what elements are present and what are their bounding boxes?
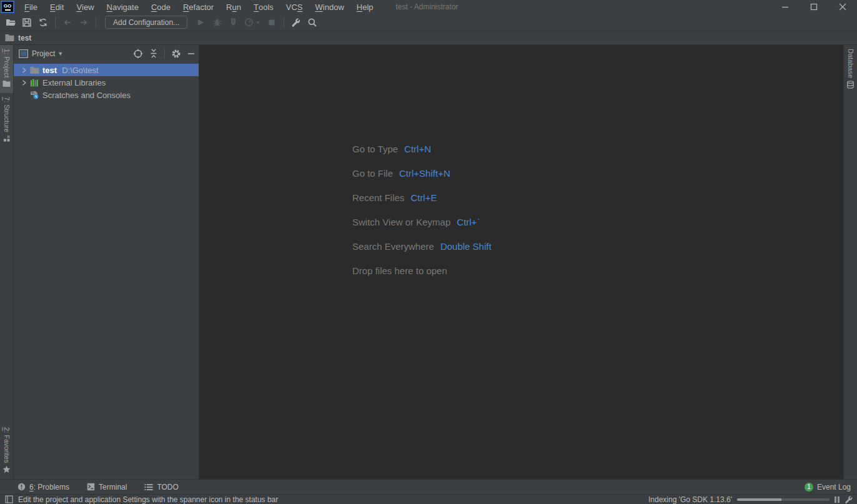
event-log-label: Event Log	[817, 483, 851, 492]
forward-icon[interactable]	[76, 15, 92, 30]
locate-file-icon[interactable]	[133, 49, 143, 59]
menu-tools[interactable]: Tools	[247, 0, 280, 14]
left-tool-window-stripe: 1: Project7: Structure2: Favorites	[0, 45, 14, 479]
toolbar-separator	[284, 17, 284, 28]
toolbar-separator	[96, 17, 96, 28]
shortcut-hint-row: Go to FileCtrl+Shift+N	[352, 161, 492, 185]
add-configuration-button[interactable]: Add Configuration...	[105, 16, 187, 29]
shortcut-action: Search Everywhere	[352, 241, 434, 252]
chevron-right-icon[interactable]	[19, 80, 29, 86]
tool-window-button-todo[interactable]: TODO	[144, 483, 178, 492]
breadcrumb: test	[0, 31, 857, 45]
header-separator	[164, 49, 165, 59]
minimize-button[interactable]	[771, 0, 800, 14]
collapse-all-icon[interactable]	[149, 49, 158, 58]
stop-icon[interactable]	[264, 15, 280, 30]
debug-icon[interactable]	[209, 15, 225, 30]
menu-refactor[interactable]: Refactor	[177, 0, 220, 14]
menu-navigate[interactable]: Navigate	[101, 0, 145, 14]
shortcut-hint-row: Recent FilesCtrl+E	[352, 185, 492, 210]
shortcut-keys: Ctrl+E	[410, 192, 437, 203]
menu-file[interactable]: File	[18, 0, 44, 14]
title-bar: GO FileEditViewNavigateCodeRefactorRunTo…	[0, 0, 857, 14]
stripe-label: 7: Structure	[1, 97, 13, 132]
close-button[interactable]	[828, 0, 857, 14]
menu-view[interactable]: View	[70, 0, 100, 14]
event-log-button[interactable]: 1 Event Log	[805, 483, 851, 492]
shortcut-hint-row: Search EverywhereDouble Shift	[352, 234, 492, 259]
shortcut-action: Switch View or Keymap	[352, 217, 450, 227]
spanner-icon[interactable]	[845, 495, 853, 504]
tree-item-path: D:\Go\test	[62, 66, 99, 75]
open-icon[interactable]	[2, 15, 19, 30]
database-icon	[846, 81, 855, 91]
stripe-label: Database	[845, 49, 857, 78]
tree-row[interactable]: External Libraries	[14, 76, 199, 89]
wrench-icon[interactable]	[288, 15, 304, 30]
shortcut-keys: Ctrl+`	[457, 217, 480, 227]
gear-icon[interactable]	[171, 49, 181, 59]
todo-icon	[144, 483, 153, 491]
tree-item-name: test	[42, 66, 57, 75]
terminal-icon	[87, 483, 95, 491]
tool-window-button-label: TODO	[157, 483, 178, 492]
stripe-label: 1: Project	[1, 49, 13, 77]
pause-indexing-icon[interactable]	[835, 497, 840, 503]
indexing-progress-bar	[737, 498, 830, 501]
menu-edit[interactable]: Edit	[44, 0, 70, 14]
tool-window-button-label: Terminal	[99, 483, 127, 492]
chevron-right-icon[interactable]	[19, 67, 29, 73]
tool-window-toggle-icon[interactable]	[5, 495, 13, 503]
right-tool-window-stripe: Database	[843, 45, 857, 479]
structure-icon	[3, 135, 11, 144]
menu-code[interactable]: Code	[145, 0, 177, 14]
project-panel-header: Project ▼	[14, 45, 199, 62]
tool-window-icon	[19, 49, 28, 58]
search-icon[interactable]	[304, 15, 320, 30]
menu-bar: FileEditViewNavigateCodeRefactorRunTools…	[18, 0, 380, 14]
indexing-label: Indexing 'Go SDK 1.13.6'	[648, 495, 732, 504]
chevron-down-icon[interactable]: ▼	[57, 51, 63, 57]
tool-window-button-terminal[interactable]: Terminal	[87, 483, 127, 492]
back-icon[interactable]	[59, 15, 76, 30]
menu-window[interactable]: Window	[309, 0, 350, 14]
event-log-badge: 1	[805, 483, 813, 492]
menu-help[interactable]: Help	[350, 0, 380, 14]
stripe-label: 2: Favorites	[1, 427, 13, 463]
sync-icon[interactable]	[35, 15, 51, 30]
stripe-button--favorites[interactable]: 2: Favorites	[0, 423, 13, 479]
status-hint: Edit the project and application Setting…	[18, 495, 278, 504]
coverage-icon[interactable]	[225, 15, 241, 30]
stripe-button-database[interactable]: Database	[844, 45, 857, 94]
tree-item-name: External Libraries	[42, 78, 106, 87]
shortcut-action: Drop files here to open	[352, 265, 447, 276]
main-toolbar: Add Configuration...	[0, 14, 857, 31]
editor-area[interactable]: Go to TypeCtrl+NGo to FileCtrl+Shift+NRe…	[199, 45, 843, 479]
save-icon[interactable]	[19, 15, 35, 30]
folder-icon	[2, 80, 11, 89]
breadcrumb-item[interactable]: test	[18, 34, 31, 42]
star-icon	[2, 465, 11, 475]
stripe-button--project[interactable]: 1: Project	[0, 45, 13, 93]
run-icon[interactable]	[192, 15, 209, 30]
scratches-icon	[29, 91, 40, 99]
shortcut-keys: Ctrl+N	[404, 144, 431, 154]
menu-run[interactable]: Run	[220, 0, 247, 14]
hide-panel-icon[interactable]	[187, 50, 195, 57]
folder-icon	[29, 66, 40, 74]
project-panel-title[interactable]: Project	[32, 49, 55, 58]
project-tool-window: Project ▼ testD:\Go\testExternal Librari…	[14, 45, 199, 479]
shortcut-action: Go to File	[352, 168, 393, 179]
toolbar-separator	[55, 17, 56, 28]
shortcut-action: Go to Type	[352, 144, 398, 154]
stripe-button--structure[interactable]: 7: Structure	[0, 93, 13, 148]
tree-row[interactable]: testD:\Go\test	[14, 64, 199, 76]
shortcut-keys: Double Shift	[440, 241, 492, 252]
library-icon	[29, 79, 40, 87]
profiler-icon[interactable]	[241, 15, 264, 30]
status-bar: Edit the project and application Setting…	[0, 494, 857, 504]
tool-window-button--problems[interactable]: 6: Problems	[17, 483, 69, 492]
maximize-button[interactable]	[800, 0, 828, 14]
menu-vcs[interactable]: VCS	[280, 0, 309, 14]
tree-row[interactable]: Scratches and Consoles	[14, 89, 199, 101]
